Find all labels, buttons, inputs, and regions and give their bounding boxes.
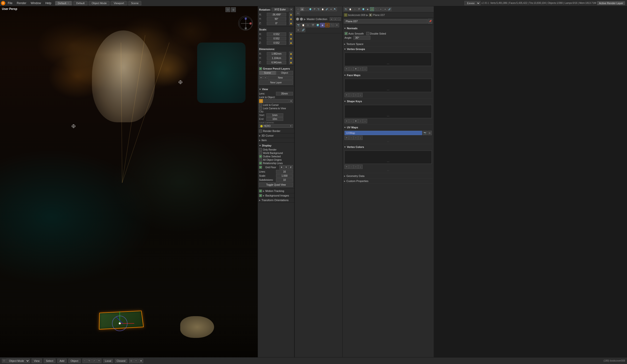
object-data-icon[interactable]: ◎ [300,7,304,11]
uvmap-add-button[interactable]: + [344,136,349,140]
lock-cursor-checkbox[interactable] [259,103,262,106]
engine-select[interactable]: Eevee [465,1,480,5]
shape-keys-header[interactable]: ▼ Shape Keys [344,99,433,104]
fm-move-down-button[interactable]: ↓ [358,93,363,97]
auto-smooth-checkbox[interactable] [344,32,348,35]
world-prop-icon[interactable]: 🌍 [315,23,320,27]
mode-select[interactable]: Object Mode [6,359,30,363]
navigation-gizmo[interactable]: Z X -Z [238,16,253,30]
menu-file[interactable]: File [6,1,14,5]
vc-add-button[interactable]: + [344,165,349,169]
dim-x-value[interactable]: 1.882mm [267,52,286,56]
rph-constraints-icon[interactable]: 🔗 [388,7,391,11]
world-bg-checkbox[interactable] [259,152,262,154]
background-images-checkbox[interactable] [259,194,262,197]
viewport-shading-btn[interactable]: ⬡ [225,7,230,12]
hero-dropdown[interactable]: HERO ▼ [259,124,293,128]
mesh-data-prop-icon[interactable]: ⬡ [325,23,329,27]
subdivisions-value[interactable]: 10 [276,178,293,182]
gp-new-button[interactable]: New [268,76,293,80]
x-axis-btn[interactable]: X [279,165,284,169]
plane-name-field[interactable] [344,19,427,23]
transform-orientations-header[interactable]: ▶ Transform Orientations [259,199,293,202]
scale-y-value[interactable]: 0.552 [267,37,286,40]
rph-render-icon[interactable]: 📷 [344,7,348,11]
auto-keying-icon[interactable]: ◆ [139,359,143,363]
scene-icon[interactable]: 🎬 [313,7,316,11]
render-border-checkbox[interactable] [259,130,262,133]
lines-value[interactable]: 16 [276,170,293,174]
uv-maps-header[interactable]: ▼ UV Maps [344,125,433,130]
lens-value[interactable]: 35mm [276,92,293,95]
fm-move-up-button[interactable]: ↑ [354,93,358,97]
uvmap-move-up-button[interactable]: ↑ [354,136,358,140]
menu-window[interactable]: Window [29,1,43,5]
scale-y-lock-icon[interactable]: 🔒 [289,37,293,40]
rph-output-icon[interactable]: 📋 [348,7,352,11]
output-icon[interactable]: 📋 [321,7,325,11]
active-render-layer-label[interactable]: Active Render Layer [597,1,625,5]
dim-y-lock-icon[interactable]: 🔒 [289,56,293,60]
scale-z-lock-icon[interactable]: 🔒 [289,41,293,45]
workspace-default-1[interactable]: Default ✕ [55,1,72,5]
rotation-x-lock-icon[interactable]: 🔒 [289,13,293,16]
gp-tab-object[interactable]: Object [276,71,293,75]
texture-space-section[interactable]: ▶ Texture Space [344,42,433,47]
uvmap-remove-button[interactable]: - [349,136,353,140]
object-prop-icon[interactable]: ▣ [320,23,325,27]
physics-prop-icon[interactable]: ≋ [296,28,301,32]
vc-move-up-button[interactable]: ↑ [354,165,358,169]
scale-z-value[interactable]: 0.552 [267,41,286,45]
clip-start-value[interactable]: 1mm [266,113,283,117]
fm-remove-button[interactable]: - [349,93,353,97]
vg-move-up-button[interactable]: ↑ [358,67,363,71]
particle-prop-icon[interactable]: ✴ [335,23,339,27]
sk-move-down-button[interactable]: ↓ [363,119,367,123]
lock-clear-icon[interactable]: ✕ [289,99,293,103]
rotation-x-value[interactable]: -36.499° [267,13,286,16]
rph-object-icon[interactable]: ▣ [366,7,370,11]
render-prop-icon[interactable]: 📷 [296,23,301,27]
display-header[interactable]: ▼ Display [259,143,293,148]
gp-tab-scene[interactable]: Scene [259,71,276,75]
rph-scene-icon[interactable]: 🎬 [357,7,361,11]
sk-add-button[interactable]: + [344,119,349,123]
tool-scale-icon[interactable]: ⤢ [92,359,97,363]
gp-edit-icon[interactable]: ✏ [259,76,263,80]
scene-prop-icon[interactable]: 🎬 [311,23,315,27]
dim-z-lock-icon[interactable]: 🔒 [289,60,293,64]
view-layer-prop-icon[interactable]: ⬡ [306,23,310,27]
vertex-groups-header[interactable]: ▼ Vertex Groups [344,47,433,51]
outline-selected-checkbox[interactable] [259,155,262,158]
uvmap-move-down-button[interactable]: ↓ [358,136,363,140]
snap-icon[interactable]: ⌖ [134,359,138,363]
cursor-3d-header[interactable]: ▶ 3D Cursor [259,134,293,137]
workspace-object-mode[interactable]: Object Mode [89,1,109,5]
blender-icon-bottom[interactable]: ⬡ [2,359,6,363]
output-prop-icon[interactable]: 📋 [301,23,305,27]
only-render-checkbox[interactable] [259,148,262,151]
snap-to-label[interactable]: Closest [115,359,127,363]
face-maps-header[interactable]: ▼ Face Maps [344,73,433,78]
custom-properties-section[interactable]: ▶ Custom Properties [344,179,433,184]
collection-add-icon[interactable]: + [334,17,337,21]
collection-remove-icon[interactable]: - [337,17,341,21]
plane-pin-icon[interactable]: 📌 [428,19,432,24]
dim-x-lock-icon[interactable]: 🔒 [289,52,293,56]
rph-mesh-icon[interactable]: ⬡ [370,7,374,11]
background-images-header[interactable]: ▶ Background Images [259,194,293,197]
select-button[interactable]: Select [44,359,56,363]
menu-help[interactable]: Help [43,1,53,5]
vc-move-down-button[interactable]: ↓ [358,165,363,169]
uvmap-render-icon[interactable]: ◎ [427,131,432,135]
vg-move-down-button[interactable]: ↓ [363,67,367,71]
workspace-viewport[interactable]: Viewport [111,1,127,5]
motion-tracking-checkbox[interactable] [259,189,262,192]
vc-remove-button[interactable]: - [349,165,353,169]
addons-icon[interactable]: ➕ [296,11,300,15]
y-axis-btn[interactable]: Y [284,165,288,169]
geometry-data-section[interactable]: ▶ Geometry Data [344,174,433,179]
double-sided-checkbox[interactable] [366,32,369,35]
rotation-header[interactable]: Rotation: XYZ Euler ≡ [259,7,293,12]
workspace-close-icon[interactable]: ✕ [67,2,69,4]
